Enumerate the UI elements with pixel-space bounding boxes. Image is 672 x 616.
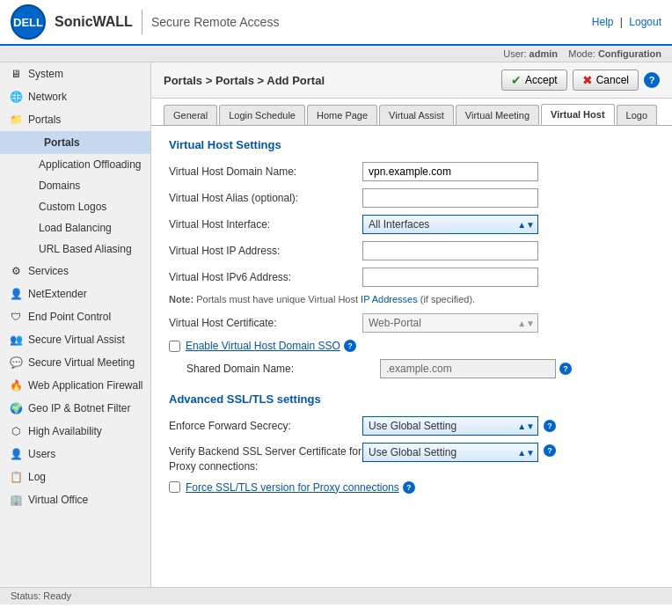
sidebar-item-log[interactable]: 📋 Log [0,466,150,488]
form-content: Virtual Host Settings Virtual Host Domai… [151,126,672,513]
force-ssl-checkbox[interactable] [169,481,180,493]
sidebar-label-log: Log [28,471,46,483]
brand-name: SonicWALL [55,14,133,30]
logout-link[interactable]: Logout [629,16,661,28]
sidebar-item-virtual-office[interactable]: 🏢 Virtual Office [0,488,150,511]
sidebar-label-secure-vm: Secure Virtual Meeting [28,356,135,369]
users-icon: 👤 [9,447,23,461]
tab-virtual-host[interactable]: Virtual Host [541,104,615,125]
sidebar-item-portals[interactable]: 📁 Portals [0,108,150,131]
netextender-icon: 👤 [9,287,23,301]
sidebar-label-load-balancing: Load Balancing [39,222,112,234]
secure-va-icon: 👥 [9,333,23,347]
mode-label: Mode: [568,48,595,59]
ip-row: Virtual Host IP Address: [169,241,654,260]
header-right: Help | Logout [592,16,661,28]
sidebar-item-network[interactable]: 🌐 Network [0,85,150,108]
sidebar-item-ha[interactable]: ⬡ High Availability [0,420,150,443]
domain-name-input[interactable] [362,162,538,181]
sidebar-item-services[interactable]: ⚙ Services [0,260,150,282]
tab-home-page[interactable]: Home Page [307,105,377,125]
verify-backend-label: Verify Backend SSL Server Certificate fo… [169,443,362,474]
endpoint-icon: 🛡 [9,310,23,324]
ipv6-label: Virtual Host IPv6 Address: [169,271,362,283]
sidebar-label-secure-va: Secure Virtual Assist [28,334,125,346]
sidebar-item-portals-sub[interactable]: Portals [0,131,150,154]
shared-domain-input[interactable] [380,359,556,378]
main-layout: 🖥 System 🌐 Network 📁 Portals Portals App… [0,62,672,587]
check-icon: ✔ [511,73,522,87]
alias-input[interactable] [362,188,538,208]
forward-secrecy-select[interactable]: Use Global Setting Enabled Disabled [362,416,538,436]
note-bold: Note: [169,294,194,304]
sso-checkbox[interactable] [169,341,180,352]
tab-login-schedule[interactable]: Login Schedule [219,105,305,125]
sidebar-item-users[interactable]: 👤 Users [0,443,150,466]
verify-backend-help-icon[interactable]: ? [544,444,556,457]
sso-help-icon[interactable]: ? [344,340,356,352]
help-link[interactable]: Help [592,16,614,28]
ha-icon: ⬡ [9,424,23,438]
certificate-row: Virtual Host Certificate: Web-Portal ▲▼ [169,313,654,333]
verify-backend-select[interactable]: Use Global Setting Enabled Disabled [362,443,538,462]
sidebar-item-domains[interactable]: Domains [0,175,150,196]
forward-secrecy-help-icon[interactable]: ? [544,420,556,432]
sidebar-item-waf[interactable]: 🔥 Web Application Firewall [0,374,150,397]
ipv6-row: Virtual Host IPv6 Address: [169,268,654,287]
cancel-button[interactable]: ✖ Cancel [573,70,639,91]
folder-icon: 📁 [9,113,23,127]
sidebar: 🖥 System 🌐 Network 📁 Portals Portals App… [0,62,151,587]
sidebar-label-ha: High Availability [28,425,102,437]
brand-subtitle: Secure Remote Access [151,15,280,29]
sidebar-label-url-aliasing: URL Based Aliasing [39,243,132,255]
shared-domain-help-icon[interactable]: ? [559,363,572,375]
sso-label[interactable]: Enable Virtual Host Domain SSO [186,340,340,352]
sidebar-label-domains: Domains [39,180,80,192]
gear-icon: ⚙ [9,264,23,278]
sidebar-item-url-aliasing[interactable]: URL Based Aliasing [0,238,150,260]
header: DELL SonicWALL Secure Remote Access Help… [0,0,672,46]
tab-virtual-meeting[interactable]: Virtual Meeting [456,105,539,125]
x-icon: ✖ [582,73,593,87]
user-label: User: [503,48,526,59]
ipv6-input[interactable] [362,268,538,287]
sidebar-label-services: Services [28,265,69,277]
tab-logo[interactable]: Logo [617,105,657,125]
globe-icon: 🌐 [9,90,23,104]
user-value: admin [530,48,558,59]
sidebar-item-geo-ip[interactable]: 🌍 Geo IP & Botnet Filter [0,397,150,420]
advanced-section-title: Advanced SSL/TLS settings [169,392,654,406]
sidebar-item-custom-logos[interactable]: Custom Logos [0,196,150,217]
forward-secrecy-select-wrap: Use Global Setting Enabled Disabled ▲▼ [362,416,538,436]
waf-icon: 🔥 [9,378,23,392]
sidebar-label-portals: Portals [28,114,61,126]
cancel-label: Cancel [596,74,629,86]
sub-icon [25,136,39,150]
sidebar-item-app-offloading[interactable]: Application Offloading [0,154,150,175]
sidebar-item-secure-vm[interactable]: 💬 Secure Virtual Meeting [0,351,150,374]
ip-input[interactable] [362,241,538,260]
accept-button[interactable]: ✔ Accept [501,70,567,91]
sidebar-item-system[interactable]: 🖥 System [0,62,150,85]
sidebar-item-endpoint[interactable]: 🛡 End Point Control [0,305,150,328]
tab-virtual-assist[interactable]: Virtual Assist [379,105,454,125]
accept-label: Accept [525,74,558,86]
interface-select[interactable]: All Interfaces X0 X1 X2 [362,215,538,234]
domain-name-label: Virtual Host Domain Name: [169,165,362,178]
force-ssl-label[interactable]: Force SSL/TLS version for Proxy connecti… [186,481,399,494]
note-text: Note: Portals must have unique Virtual H… [169,294,654,304]
force-ssl-help-icon[interactable]: ? [403,481,415,494]
sidebar-label-portals-sub: Portals [44,136,80,149]
status-text: Status: Ready [11,590,71,601]
sidebar-label-virtual-office: Virtual Office [28,494,88,506]
sidebar-item-load-balancing[interactable]: Load Balancing [0,217,150,238]
sidebar-label-custom-logos: Custom Logos [39,201,106,213]
tabs-container: General Login Schedule Home Page Virtual… [151,99,672,126]
help-button[interactable]: ? [644,72,660,88]
sidebar-item-secure-va[interactable]: 👥 Secure Virtual Assist [0,328,150,351]
tab-general[interactable]: General [164,105,217,125]
note-link[interactable]: IP Addresses [361,294,418,304]
user-bar: User: admin Mode: Configuration [0,46,672,62]
sidebar-item-netextender[interactable]: 👤 NetExtender [0,282,150,305]
certificate-select[interactable]: Web-Portal [362,313,538,333]
